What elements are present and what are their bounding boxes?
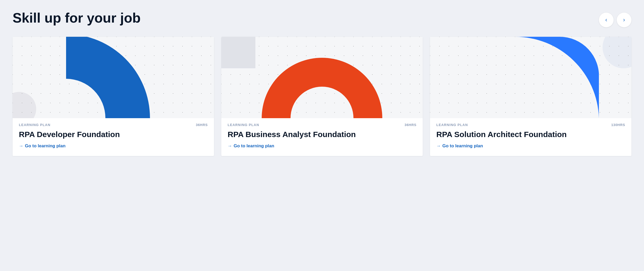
page-title: Skill up for your job bbox=[13, 11, 141, 25]
arch-wrap-3 bbox=[430, 37, 631, 118]
card-link-3[interactable]: → Go to learning plan bbox=[430, 143, 631, 156]
card-type-1: LEARNING PLAN bbox=[19, 123, 50, 127]
card-rpa-developer: LEARNING PLAN 36HRS RPA Developer Founda… bbox=[13, 37, 214, 156]
card-type-2: LEARNING PLAN bbox=[228, 123, 259, 127]
card-meta-1: LEARNING PLAN 36HRS bbox=[13, 118, 214, 128]
arrow-icon-1: → bbox=[19, 143, 23, 149]
card-illustration-1 bbox=[13, 37, 214, 118]
arrow-icon-2: → bbox=[228, 143, 232, 149]
nav-buttons: ‹ › bbox=[599, 13, 631, 27]
arch-wrap-1 bbox=[13, 37, 214, 118]
cards-container: LEARNING PLAN 36HRS RPA Developer Founda… bbox=[13, 37, 631, 156]
card-illustration-2 bbox=[221, 37, 423, 118]
card-meta-3: LEARNING PLAN 130HRS bbox=[430, 118, 631, 128]
card-title-2: RPA Business Analyst Foundation bbox=[221, 128, 423, 143]
card-rpa-architect: LEARNING PLAN 130HRS RPA Solution Archit… bbox=[430, 37, 631, 156]
card-title-3: RPA Solution Architect Foundation bbox=[430, 128, 631, 143]
card-illustration-3 bbox=[430, 37, 631, 118]
page-header: Skill up for your job ‹ › bbox=[13, 11, 631, 27]
arch-wrap-2 bbox=[221, 37, 423, 118]
card-hours-1: 36HRS bbox=[196, 123, 208, 127]
card-type-3: LEARNING PLAN bbox=[436, 123, 468, 127]
card-link-2[interactable]: → Go to learning plan bbox=[221, 143, 423, 156]
prev-button[interactable]: ‹ bbox=[599, 13, 614, 27]
card-rpa-analyst: LEARNING PLAN 36HRS RPA Business Analyst… bbox=[221, 37, 423, 156]
card-title-1: RPA Developer Foundation bbox=[13, 128, 214, 143]
card-hours-3: 130HRS bbox=[611, 123, 625, 127]
arrow-icon-3: → bbox=[436, 143, 441, 149]
page-wrapper: Skill up for your job ‹ › bbox=[13, 11, 631, 156]
card-hours-2: 36HRS bbox=[405, 123, 416, 127]
next-button[interactable]: › bbox=[617, 13, 631, 27]
card-meta-2: LEARNING PLAN 36HRS bbox=[221, 118, 423, 128]
card-link-1[interactable]: → Go to learning plan bbox=[13, 143, 214, 156]
